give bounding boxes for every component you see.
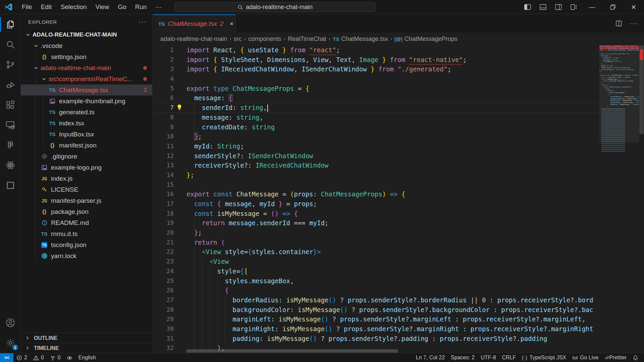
menu-run[interactable]: Run bbox=[131, 0, 151, 14]
status-errors[interactable]: 2 bbox=[13, 353, 30, 362]
activity-source-control-icon[interactable] bbox=[0, 55, 21, 75]
menu-edit[interactable]: Edit bbox=[37, 0, 56, 14]
breadcrumb-separator-icon: › bbox=[244, 36, 246, 42]
tab-chatmessage[interactable]: TS ChatMessage.tsx 2 × bbox=[153, 14, 236, 33]
tree-folder--vscode[interactable]: .vscode bbox=[21, 40, 152, 51]
indent-guide bbox=[225, 324, 225, 334]
split-editor-icon[interactable] bbox=[615, 20, 622, 27]
indent-guide bbox=[210, 295, 210, 305]
menu-moremoremore[interactable]: ··· bbox=[151, 0, 166, 14]
toggle-panel-icon[interactable] bbox=[535, 0, 551, 14]
tree-item-label: src\components\RealTimeC... bbox=[49, 75, 132, 83]
activity-run-debug-icon[interactable] bbox=[0, 75, 21, 95]
tree-file-example-thumbnail-png[interactable]: example-thumbnail.png bbox=[21, 96, 152, 107]
breadcrumb-item[interactable]: [@]ChatMessageProps bbox=[394, 36, 458, 43]
status-warnings[interactable]: 0 bbox=[30, 353, 47, 362]
workspace-root-folder[interactable]: ADALO-REALTIME-CHAT-MAIN bbox=[21, 29, 152, 40]
status-encoding[interactable]: UTF-8 bbox=[478, 353, 499, 362]
tree-file-manifest-parser-js[interactable]: JSmanifest-parser.js bbox=[21, 195, 152, 206]
status-keyboard-language[interactable]: English bbox=[75, 353, 99, 362]
tab-bar: TS ChatMessage.tsx 2 × ··· bbox=[153, 14, 644, 33]
tree-item-label: index.tsx bbox=[59, 120, 84, 127]
tree-file-index-tsx[interactable]: TSindex.tsx bbox=[21, 118, 152, 129]
menu-view[interactable]: View bbox=[91, 0, 114, 14]
editor-more-actions-icon[interactable]: ··· bbox=[630, 20, 638, 27]
menu-go[interactable]: Go bbox=[113, 0, 130, 14]
line-number: 8 bbox=[153, 113, 174, 122]
code-line-6: 6 message: { bbox=[153, 93, 644, 103]
customize-layout-icon[interactable] bbox=[566, 0, 582, 14]
remote-indicator[interactable]: >< bbox=[0, 353, 13, 362]
code-line-19: 19 return message.senderId === myId; bbox=[153, 218, 644, 228]
tree-file-yarn-lock[interactable]: yarn.lock bbox=[21, 250, 152, 261]
tree-folder-src-components-realtimec---[interactable]: src\components\RealTimeC... bbox=[21, 73, 152, 84]
status-notifications[interactable] bbox=[630, 353, 641, 362]
status-ports[interactable]: 0 bbox=[47, 353, 64, 362]
tree-file--gitignore[interactable]: .gitignore bbox=[21, 151, 152, 162]
tree-folder-adalo-realtime-chat-main[interactable]: adalo-realtime-chat-main bbox=[21, 62, 152, 73]
toggle-sidebar-icon[interactable] bbox=[520, 0, 535, 14]
breadcrumb-item[interactable]: RealTimeChat bbox=[288, 36, 326, 43]
breadcrumb-item[interactable]: src bbox=[234, 36, 242, 43]
menu-file[interactable]: File bbox=[17, 0, 37, 14]
tree-file-chatmessage-tsx[interactable]: TSChatMessage.tsx2 bbox=[21, 84, 152, 96]
code-line-12: 12 senderStyle?: ISenderChatWindow bbox=[153, 151, 644, 161]
restore-button[interactable] bbox=[602, 0, 623, 14]
status-indentation[interactable]: Spaces: 2 bbox=[448, 353, 478, 362]
tab-close-icon[interactable]: × bbox=[230, 20, 233, 27]
tree-indent-guide bbox=[35, 118, 36, 129]
tree-indent-guide bbox=[43, 118, 44, 129]
overview-ruler[interactable] bbox=[639, 45, 644, 353]
tree-file-package-json[interactable]: {}package.json bbox=[21, 206, 152, 217]
json-file-icon: {} bbox=[40, 209, 48, 215]
panel-timeline[interactable]: TIMELINE bbox=[21, 343, 152, 353]
tree-file-tsconfig-json[interactable]: TStsconfig.json bbox=[21, 239, 152, 250]
tree-file-license[interactable]: LICENSE bbox=[21, 184, 152, 195]
tree-item-label: package.json bbox=[51, 208, 89, 216]
menu-selection[interactable]: Selection bbox=[56, 0, 91, 14]
activity-explorer-icon[interactable] bbox=[0, 14, 21, 35]
tree-file-settings-json[interactable]: {}settings.json bbox=[21, 51, 152, 62]
code-line-10: 10 }; bbox=[153, 132, 644, 141]
close-window-button[interactable]: ✕ bbox=[623, 0, 644, 14]
indent-guide bbox=[217, 314, 218, 324]
explorer-more-icon[interactable]: ··· bbox=[139, 18, 147, 25]
breadcrumb-item[interactable]: adalo-realtime-chat-main bbox=[160, 36, 227, 43]
lightbulb-icon[interactable]: 💡 bbox=[175, 103, 184, 113]
horizontal-scrollbar[interactable] bbox=[186, 349, 398, 353]
minimap[interactable]: import React, { useState } from "react";… bbox=[599, 45, 639, 353]
toggle-secondary-sidebar-icon[interactable] bbox=[551, 0, 566, 14]
activity-react-icon[interactable] bbox=[0, 155, 21, 175]
status-screencast[interactable] bbox=[64, 353, 75, 362]
activity-figma-icon[interactable] bbox=[0, 135, 21, 155]
status-cursor-position[interactable]: Ln 7, Col 22 bbox=[413, 353, 448, 362]
activity-settings-icon[interactable]: 1 bbox=[0, 333, 21, 353]
status-go-live[interactable]: Go Live bbox=[569, 353, 601, 362]
tree-file-inputbox-tsx[interactable]: TSInputBox.tsx bbox=[21, 129, 152, 140]
tree-file-example-logo-png[interactable]: example-logo.png bbox=[21, 162, 152, 173]
code-editor[interactable]: 1import React, { useState } from "react"… bbox=[153, 45, 644, 353]
indent-guide bbox=[194, 247, 195, 257]
tree-file-generated-ts[interactable]: TSgenerated.ts bbox=[21, 107, 152, 118]
status-eol[interactable]: CRLF bbox=[499, 353, 519, 362]
tree-file-manifest-json[interactable]: {}manifest.json bbox=[21, 140, 152, 151]
indent-guide bbox=[194, 218, 195, 228]
breadcrumb-separator-icon: › bbox=[390, 36, 392, 42]
chevron-down-icon bbox=[32, 64, 40, 72]
activity-square-tool-icon[interactable] bbox=[0, 175, 21, 195]
tree-file-rnmu-d-ts[interactable]: TSrnmu.d.ts bbox=[21, 228, 152, 239]
panel-outline[interactable]: OUTLINE bbox=[21, 333, 152, 343]
command-center-search[interactable]: adalo-realtime-chat-main bbox=[174, 2, 376, 12]
activity-remote-explorer-icon[interactable] bbox=[0, 115, 21, 135]
status-prettier[interactable]: ✓✓ Prettier bbox=[601, 353, 630, 362]
activity-search-icon[interactable] bbox=[0, 35, 21, 55]
status-language-mode[interactable]: { }TypeScript JSX bbox=[519, 353, 569, 362]
tree-file-readme-md[interactable]: README.md bbox=[21, 217, 152, 228]
activity-extensions-icon[interactable] bbox=[0, 95, 21, 115]
tree-file-index-js[interactable]: JSindex.js bbox=[21, 173, 152, 184]
minimize-button[interactable]: — bbox=[582, 0, 602, 14]
breadcrumb-item[interactable]: components bbox=[248, 36, 281, 43]
breadcrumb-item[interactable]: TSChatMessage.tsx bbox=[333, 36, 388, 43]
indent-guide bbox=[194, 305, 195, 315]
activity-account-icon[interactable] bbox=[0, 313, 21, 333]
